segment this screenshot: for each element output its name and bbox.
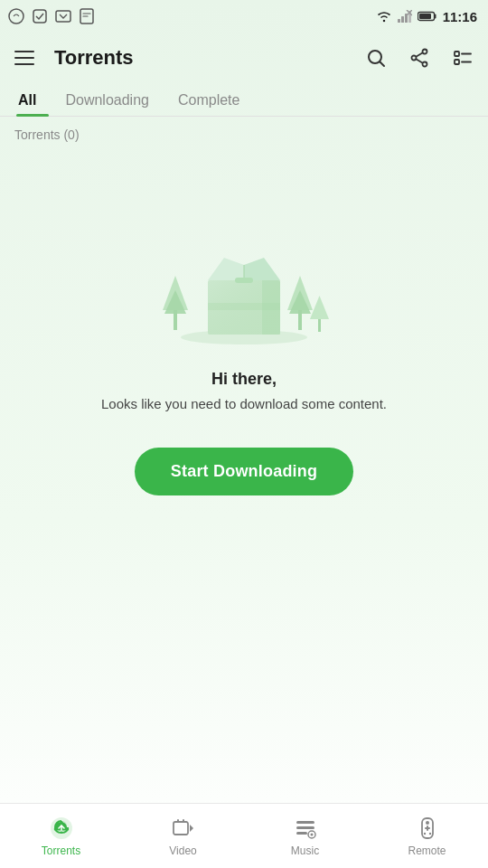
header-actions (361, 43, 477, 72)
tabs-bar: All Downloading Complete (0, 83, 488, 117)
nav-label-torrents: Torrents (42, 844, 80, 857)
signal-icon (398, 10, 412, 23)
svg-rect-5 (401, 16, 404, 23)
svg-rect-43 (177, 819, 179, 823)
svg-rect-20 (455, 60, 459, 64)
music-icon (293, 816, 318, 841)
svg-point-54 (423, 832, 425, 834)
empty-sub-text: Looks like you need to download some con… (101, 394, 387, 415)
tab-all[interactable]: All (14, 83, 51, 116)
bottom-nav: Torrents Video Music (0, 803, 488, 868)
nav-label-music: Music (291, 844, 319, 857)
nav-item-music[interactable]: Music (244, 808, 366, 864)
nav-label-remote: Remote (408, 844, 446, 857)
menu-line-1 (14, 51, 34, 52)
tab-downloading[interactable]: Downloading (51, 83, 164, 116)
svg-rect-53 (427, 826, 428, 831)
menu-line-3 (14, 63, 34, 65)
svg-rect-47 (296, 832, 307, 835)
app-icon-4 (78, 7, 96, 25)
svg-rect-19 (455, 52, 459, 56)
torrents-icon (49, 816, 74, 841)
empty-state: Hi there, Looks like you need to downloa… (0, 149, 488, 532)
empty-box-illustration (145, 203, 343, 348)
svg-rect-41 (174, 822, 188, 835)
svg-line-18 (416, 59, 423, 62)
start-downloading-button[interactable]: Start Downloading (135, 448, 353, 495)
app-icon-3 (54, 7, 72, 25)
svg-rect-2 (56, 11, 70, 22)
nav-item-video[interactable]: Video (122, 808, 244, 864)
svg-line-13 (380, 62, 385, 67)
select-button[interactable] (448, 43, 477, 72)
svg-point-15 (423, 62, 427, 67)
app-icon-2 (31, 7, 49, 25)
status-right-icons: 11:16 (376, 9, 477, 24)
status-time: 11:16 (443, 9, 477, 24)
svg-point-51 (426, 821, 429, 825)
svg-marker-42 (190, 825, 193, 832)
page-title: Torrents (54, 46, 351, 70)
app-icon-1 (7, 7, 25, 25)
wifi-icon (376, 10, 392, 23)
svg-rect-44 (183, 819, 184, 823)
menu-button[interactable] (11, 42, 43, 74)
svg-point-14 (423, 50, 427, 54)
svg-rect-11 (419, 14, 431, 19)
header: Torrents (0, 33, 488, 83)
search-button[interactable] (361, 43, 390, 72)
nav-label-video: Video (169, 844, 196, 857)
svg-point-49 (310, 833, 313, 835)
svg-rect-45 (296, 821, 314, 824)
svg-rect-1 (33, 10, 46, 23)
svg-line-17 (416, 52, 423, 56)
empty-hi-text: Hi there, (211, 370, 277, 389)
nav-item-remote[interactable]: Remote (366, 808, 488, 864)
svg-rect-4 (398, 19, 400, 23)
svg-point-16 (412, 56, 417, 61)
status-bar: 11:16 (0, 0, 488, 33)
video-icon (171, 816, 196, 841)
svg-rect-37 (235, 278, 253, 283)
battery-icon (418, 11, 437, 22)
svg-rect-46 (296, 826, 314, 829)
tab-complete[interactable]: Complete (164, 83, 254, 116)
svg-point-55 (428, 832, 430, 834)
svg-rect-30 (318, 319, 321, 332)
svg-rect-36 (208, 303, 280, 310)
share-button[interactable] (405, 43, 434, 72)
torrents-count: Torrents (0) (0, 117, 488, 149)
menu-line-2 (14, 57, 34, 59)
status-left-icons (7, 7, 96, 25)
remote-icon (415, 816, 440, 841)
svg-point-0 (9, 9, 23, 24)
nav-item-torrents[interactable]: Torrents (0, 808, 122, 864)
svg-marker-31 (310, 296, 329, 319)
